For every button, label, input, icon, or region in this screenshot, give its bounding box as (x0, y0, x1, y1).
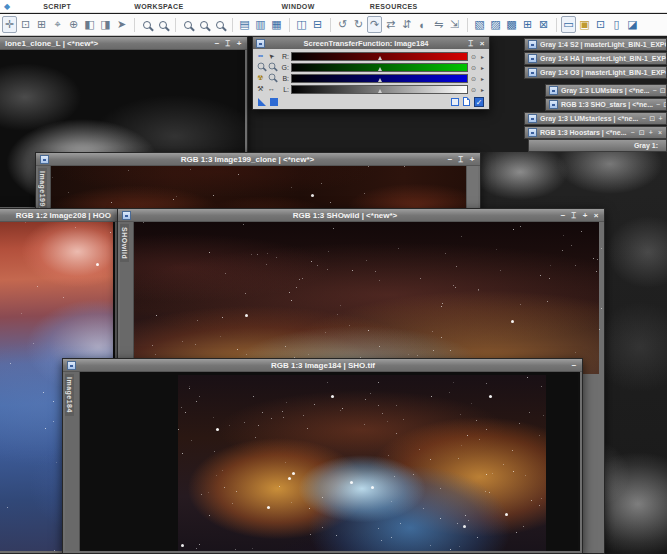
iconized-window-row[interactable]: Gray 1:4 O3 | masterLight_BIN-1_EXPO... (524, 66, 667, 79)
showild-image[interactable] (134, 222, 599, 374)
zoom-in-icon[interactable] (139, 16, 154, 33)
shade-button[interactable]: ⌶ (570, 209, 578, 222)
track-view-icon[interactable] (451, 98, 459, 106)
tile-grid-icon[interactable]: ⊞ (520, 16, 535, 33)
rotate-cw-icon[interactable]: ↻ (351, 16, 366, 33)
zoom-out-icon[interactable] (155, 16, 170, 33)
fullscreen-mode-icon[interactable]: ⊡ (593, 16, 608, 33)
window-button[interactable]: + (648, 129, 654, 136)
menu-workspace[interactable]: WORKSPACE (134, 3, 183, 10)
duplicate-window-icon[interactable]: ▨ (488, 16, 503, 33)
midtones-square-icon[interactable] (270, 98, 278, 106)
image184-viewport[interactable] (80, 372, 578, 551)
window-icon[interactable] (40, 155, 49, 164)
menu-resources[interactable]: RESOURCES (370, 3, 418, 10)
row-menu-icon[interactable]: ▸ (479, 75, 486, 82)
window-button[interactable]: − (641, 115, 646, 122)
iconize-button[interactable]: − (570, 359, 578, 372)
zoom-in-icon[interactable] (256, 62, 265, 73)
row-menu-icon[interactable]: ▸ (479, 86, 486, 93)
window-image184-titlebar[interactable]: RGB 1:3 Image184 | SHO.tif − (63, 359, 582, 372)
window-icon[interactable] (549, 100, 558, 109)
stf-titlebar[interactable]: ScreenTransferFunction: Image184 ⌶ × (253, 37, 489, 49)
stf-b-gradient-bar[interactable] (291, 74, 468, 83)
black-point-icon[interactable]: ◧ (82, 16, 97, 33)
window-clone1-titlebar[interactable]: lone1_clone_L | <*new*> − ⌶ + (0, 37, 247, 50)
thumbnail-mode-icon[interactable]: ▣ (577, 16, 592, 33)
menu-script[interactable]: SCRIPT (43, 3, 71, 10)
row-readout-icon[interactable]: ⊙ (470, 53, 477, 60)
window-icon[interactable] (549, 86, 558, 95)
iconized-window-row[interactable]: Gray 1:4 S2 | masterLight_BIN-1_EXPOS... (524, 38, 667, 51)
iconized-window-row[interactable]: RGB 1:3 SHO_stars | <*ne...−⊡ (545, 98, 667, 111)
expand-windows-icon[interactable]: ▦ (269, 16, 284, 33)
window-icon[interactable] (528, 68, 537, 77)
zoom-1-1-icon[interactable] (180, 16, 195, 33)
window-showild-titlebar[interactable]: RGB 1:3 SHOwild | <*new*> − ⌶ + × (118, 209, 604, 222)
split-horizontal-icon[interactable]: ◫ (294, 16, 309, 33)
row-readout-icon[interactable]: ⊙ (470, 86, 477, 93)
row-menu-icon[interactable]: ▸ (479, 64, 486, 71)
window-icon[interactable] (67, 361, 76, 370)
new-instance-doc-icon[interactable] (463, 97, 470, 106)
window-button[interactable]: ⊡ (663, 101, 667, 109)
gray-backdrop-titlebar[interactable]: Gray 1: (528, 139, 667, 152)
window-button[interactable]: − (656, 101, 660, 108)
row-readout-icon[interactable]: ⊙ (470, 75, 477, 82)
window-button[interactable]: × (657, 129, 663, 136)
swap-channels-icon[interactable]: ⇋ (431, 16, 446, 33)
shrink-view-icon[interactable]: ⇲ (447, 16, 462, 33)
window-button[interactable]: − (653, 87, 657, 94)
float-mode-icon[interactable]: ▯ (609, 16, 624, 33)
select-arrow-icon[interactable]: ➤ (114, 16, 129, 33)
readout-mode-icon[interactable]: ◪ (625, 16, 640, 33)
zoom-1-1-icon[interactable] (267, 73, 276, 84)
window-button[interactable]: ⊡ (649, 115, 655, 123)
rotate-ccw-icon[interactable]: ↺ (335, 16, 350, 33)
iconize-button[interactable]: − (446, 153, 454, 166)
invert-icon[interactable]: ◐ (415, 16, 430, 33)
shade-button[interactable]: ⌶ (457, 153, 465, 166)
zoom-selection-icon[interactable] (212, 16, 227, 33)
window-button[interactable]: ⊡ (639, 129, 645, 137)
rotate-180-icon[interactable]: ↷ (367, 16, 382, 33)
window-icon[interactable] (528, 40, 537, 49)
enable-stf-checkbox[interactable]: ✓ (474, 97, 484, 107)
stf-r-gradient-bar[interactable] (291, 52, 468, 61)
auto-stretch-icon[interactable]: ☢ (256, 73, 265, 83)
iconize-button[interactable]: − (559, 209, 567, 222)
iconized-window-row[interactable]: Gray 1:3 LUMstarless | <*ne...−⊡+ (524, 112, 667, 125)
split-vertical-icon[interactable]: ⊟ (310, 16, 325, 33)
new-window-icon[interactable]: ▧ (472, 16, 487, 33)
window-button[interactable]: ⊡ (660, 87, 666, 95)
stf-window-icon[interactable] (256, 39, 265, 48)
window-image208-titlebar[interactable]: RGB 1:2 Image208 | HOO (0, 209, 117, 222)
cascade-windows-icon[interactable]: ▥ (253, 16, 268, 33)
pan-crosshair-icon[interactable]: ⌖ (50, 16, 65, 33)
stf-l-gradient-bar[interactable] (291, 85, 468, 94)
window-icon[interactable] (122, 211, 131, 220)
iconize-windows-icon[interactable]: ▩ (504, 16, 519, 33)
iconized-window-row[interactable]: Gray 1:3 LUMstars | <*ne...−⊡ (545, 84, 667, 97)
zoom-to-fit-icon[interactable]: ⊡ (18, 16, 33, 33)
window-icon[interactable] (528, 114, 537, 123)
zoom-fit-view-icon[interactable] (196, 16, 211, 33)
tile-windows-icon[interactable]: ▤ (237, 16, 252, 33)
edit-stf-icon[interactable]: ⚒ (256, 84, 265, 94)
zoom-out-icon[interactable] (267, 62, 276, 73)
window-icon[interactable] (528, 54, 537, 63)
stf-g-gradient-bar[interactable] (291, 63, 468, 72)
stf-close-button[interactable]: × (478, 37, 486, 50)
center-image-icon[interactable]: ⊕ (66, 16, 81, 33)
close-button[interactable]: × (592, 209, 600, 222)
screen-mode-icon[interactable]: ▭ (561, 16, 576, 33)
row-menu-icon[interactable]: ▸ (479, 53, 486, 60)
row-readout-icon[interactable]: ⊙ (470, 64, 477, 71)
fit-window-icon[interactable]: ⊞ (34, 16, 49, 33)
image184-side-tab[interactable]: Image184 (65, 372, 80, 551)
window-icon[interactable] (528, 128, 537, 137)
zoom-button[interactable]: + (468, 153, 476, 166)
black-point-triangle-icon[interactable] (258, 98, 266, 106)
image184-image[interactable] (178, 375, 546, 551)
menu-window[interactable]: WINDOW (282, 3, 315, 10)
